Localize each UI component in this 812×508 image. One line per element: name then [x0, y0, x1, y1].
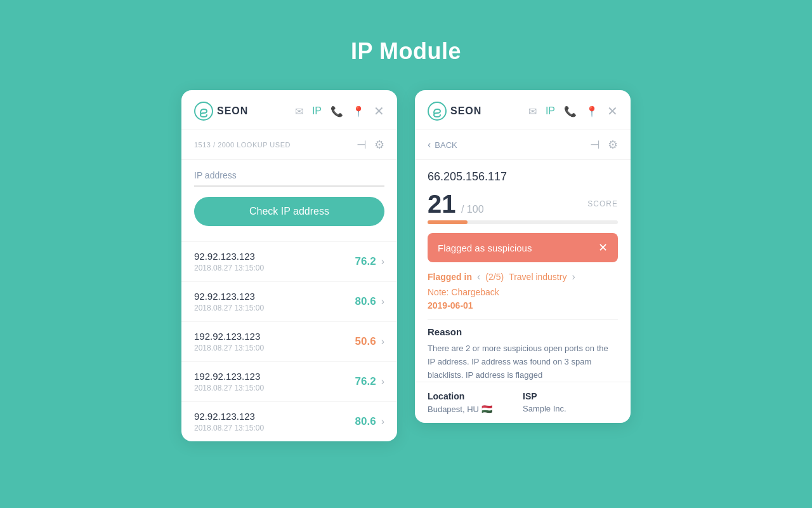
mail-icon-left[interactable]: ✉ [295, 105, 303, 117]
settings-icon-left[interactable]: ⚙ [374, 138, 384, 152]
ip-list: 92.92.123.123 2018.08.27 13:15:00 76.2 ›… [181, 241, 397, 441]
reason-title: Reason [428, 326, 618, 337]
panels-container: SEON ✉ IP 📞 📍 ✕ 1513 / 2000 LOOKUP USED … [181, 90, 631, 441]
reason-text: There are 2 or more suspicious open port… [428, 342, 618, 382]
list-item[interactable]: 92.92.123.123 2018.08.27 13:15:00 80.6 › [181, 401, 397, 441]
back-row: ‹ BACK ⊣ ⚙ [415, 130, 631, 160]
location-icon-left[interactable]: 📍 [352, 105, 365, 117]
location-value: Budapest, HU 🇭🇺 [428, 404, 523, 414]
chevron-right-icon: › [381, 336, 384, 347]
score-bar-fill [428, 220, 468, 224]
lookup-used: 1513 / 2000 LOOKUP USED [194, 141, 291, 149]
back-label: BACK [435, 140, 457, 150]
ip-tab-right[interactable]: IP [546, 105, 555, 117]
note-date: 2019-06-01 [428, 300, 618, 311]
seon-logo-icon-right [428, 102, 447, 121]
nav-icons-left: ✉ IP 📞 📍 ✕ [295, 104, 384, 119]
ip-input-line [194, 185, 384, 187]
back-arrow-icon: ‹ [428, 139, 431, 150]
logo-left: SEON [194, 102, 248, 121]
flagged-close-icon[interactable]: ✕ [598, 241, 608, 255]
flagged-in-row: Flagged in ‹ (2/5) Travel industry › [428, 271, 618, 283]
panel-right-body: 66.205.156.117 21 / 100 SCORE Flagged as… [415, 160, 631, 382]
nav-icons-right: ✉ IP 📞 📍 ✕ [528, 104, 618, 119]
check-ip-button[interactable]: Check IP address [194, 197, 384, 226]
location-isp-row: Location Budapest, HU 🇭🇺 ISP Sample Inc. [415, 382, 631, 423]
panel-left-body: IP address Check IP address [181, 160, 397, 241]
flagged-in-label: Flagged in [428, 272, 472, 282]
panel-right-header: SEON ✉ IP 📞 📍 ✕ [415, 90, 631, 130]
logo-right: SEON [428, 102, 481, 121]
isp-title: ISP [523, 391, 618, 401]
settings-icon-right[interactable]: ⚙ [608, 138, 618, 152]
close-icon-right[interactable]: ✕ [607, 104, 618, 119]
score-bar-background [428, 220, 618, 224]
isp-value: Sample Inc. [523, 404, 618, 413]
flagged-banner: Flagged as suspicious ✕ [428, 233, 618, 262]
back-button[interactable]: ‹ BACK [428, 139, 457, 150]
score-row: 21 / 100 SCORE [428, 191, 618, 217]
logo-text-left: SEON [217, 105, 248, 117]
panel-left-header: SEON ✉ IP 📞 📍 ✕ [181, 90, 397, 130]
score-number: 21 [428, 190, 456, 218]
subheader-icons-left: ⊣ ⚙ [357, 138, 384, 152]
seon-logo-icon [194, 102, 213, 121]
prev-chevron-icon[interactable]: ‹ [477, 271, 480, 283]
panel-right: SEON ✉ IP 📞 📍 ✕ ‹ BACK ⊣ ⚙ 66.205.156.1 [415, 90, 631, 423]
hungary-flag-icon: 🇭🇺 [481, 404, 492, 414]
location-icon-right[interactable]: 📍 [586, 105, 598, 117]
list-item[interactable]: 192.92.123.123 2018.08.27 13:15:00 50.6 … [181, 321, 397, 361]
flagged-in-industry: Travel industry [509, 272, 566, 282]
location-column: Location Budapest, HU 🇭🇺 [428, 391, 523, 414]
score-label: SCORE [587, 199, 618, 208]
chevron-right-icon: › [381, 376, 384, 387]
ip-label: IP address [194, 170, 384, 180]
note-text: Note: Chargeback [428, 287, 499, 297]
flagged-in-count: (2/5) [485, 272, 504, 282]
divider [428, 319, 618, 320]
logo-text-right: SEON [450, 105, 481, 117]
flagged-text: Flagged as suspicious [438, 243, 532, 253]
chevron-right-icon: › [381, 416, 384, 427]
phone-icon-left[interactable]: 📞 [331, 105, 343, 117]
collapse-icon-left[interactable]: ⊣ [357, 138, 367, 152]
list-item[interactable]: 92.92.123.123 2018.08.27 13:15:00 76.2 › [181, 241, 397, 281]
back-icons: ⊣ ⚙ [590, 138, 618, 152]
list-item[interactable]: 92.92.123.123 2018.08.27 13:15:00 80.6 › [181, 281, 397, 321]
score-denominator: / 100 [461, 204, 484, 215]
list-item[interactable]: 192.92.123.123 2018.08.27 13:15:00 76.2 … [181, 361, 397, 401]
chevron-right-icon: › [381, 256, 384, 267]
mail-icon-right[interactable]: ✉ [528, 105, 537, 117]
phone-icon-right[interactable]: 📞 [564, 105, 577, 117]
ip-address-display: 66.205.156.117 [428, 170, 618, 184]
page-title: IP Module [351, 38, 461, 65]
chevron-right-icon: › [381, 296, 384, 307]
panel-left-subheader: 1513 / 2000 LOOKUP USED ⊣ ⚙ [181, 130, 397, 160]
collapse-icon-right[interactable]: ⊣ [590, 138, 600, 152]
next-chevron-icon[interactable]: › [572, 271, 575, 283]
note-row: Note: Chargeback [428, 286, 618, 298]
isp-column: ISP Sample Inc. [523, 391, 618, 414]
panel-left: SEON ✉ IP 📞 📍 ✕ 1513 / 2000 LOOKUP USED … [181, 90, 397, 441]
close-icon-left[interactable]: ✕ [374, 104, 384, 119]
ip-tab-left[interactable]: IP [312, 105, 322, 117]
location-title: Location [428, 391, 523, 401]
